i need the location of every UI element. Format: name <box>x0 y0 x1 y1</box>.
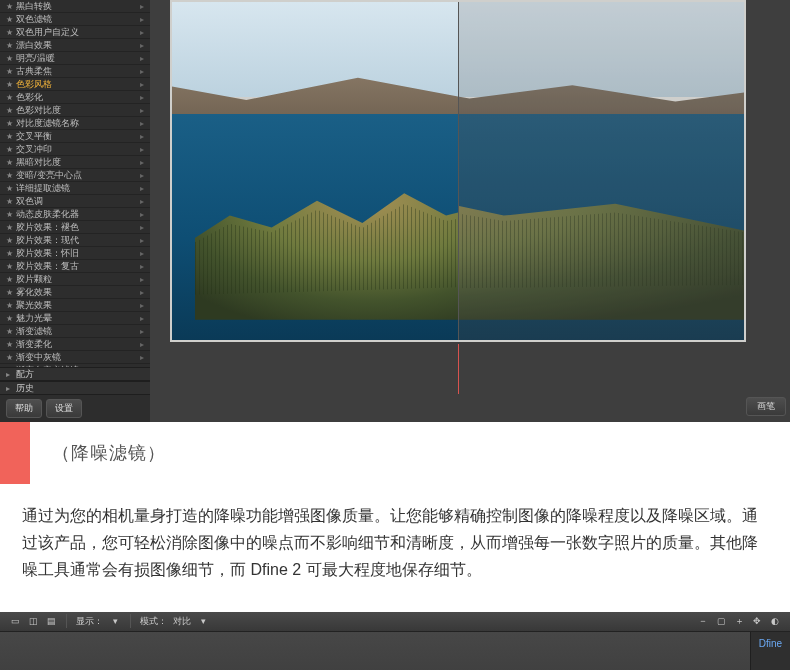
preset-item[interactable]: ★对比度滤镜名称▸ <box>0 117 150 130</box>
star-icon[interactable]: ★ <box>6 353 16 362</box>
preset-item[interactable]: ★动态皮肤柔化器▸ <box>0 208 150 221</box>
preset-item[interactable]: ★胶片效果：褪色▸ <box>0 221 150 234</box>
preset-item[interactable]: ★变暗/变亮中心点▸ <box>0 169 150 182</box>
preset-item[interactable]: ★明亮/温暖▸ <box>0 52 150 65</box>
star-icon[interactable]: ★ <box>6 275 16 284</box>
preset-item[interactable]: ★渐变中灰镜▸ <box>0 351 150 364</box>
star-icon[interactable]: ★ <box>6 28 16 37</box>
sidebar-group-history[interactable]: ▸ 历史 <box>0 381 150 395</box>
preset-label: 古典柔焦 <box>16 65 52 78</box>
preview-image[interactable] <box>172 2 744 340</box>
star-icon[interactable]: ★ <box>6 236 16 245</box>
star-icon[interactable]: ★ <box>6 197 16 206</box>
single-view-icon[interactable]: ▭ <box>8 614 22 628</box>
preset-item[interactable]: ★雾化效果▸ <box>0 286 150 299</box>
preset-item[interactable]: ★渐变柔化▸ <box>0 338 150 351</box>
brush-button[interactable]: 画笔 <box>746 397 786 416</box>
preset-item[interactable]: ★双色滤镜▸ <box>0 13 150 26</box>
star-icon[interactable]: ★ <box>6 106 16 115</box>
star-icon[interactable]: ★ <box>6 119 16 128</box>
chevron-right-icon: ▸ <box>140 106 144 115</box>
star-icon[interactable]: ★ <box>6 301 16 310</box>
help-button[interactable]: 帮助 <box>6 399 42 418</box>
display-dropdown-icon[interactable]: ▾ <box>108 614 122 628</box>
star-icon[interactable]: ★ <box>6 288 16 297</box>
bottom-toolbar: ▭ ◫ ▤ 显示： ▾ 模式： 对比 ▾ − ▢ ＋ ✥ ◐ <box>0 612 790 632</box>
chevron-right-icon: ▸ <box>140 119 144 128</box>
preset-item[interactable]: ★双色用户自定义▸ <box>0 26 150 39</box>
chevron-right-icon: ▸ <box>140 275 144 284</box>
mode-dropdown-icon[interactable]: ▾ <box>196 614 210 628</box>
mode-value[interactable]: 对比 <box>173 615 191 628</box>
star-icon[interactable]: ★ <box>6 15 16 24</box>
preset-item[interactable]: ★黑白转换▸ <box>0 0 150 13</box>
star-icon[interactable]: ★ <box>6 210 16 219</box>
preset-label: 详细提取滤镜 <box>16 182 70 195</box>
star-icon[interactable]: ★ <box>6 184 16 193</box>
preset-item[interactable]: ★交叉平衡▸ <box>0 130 150 143</box>
bottom-editor: ▭ ◫ ▤ 显示： ▾ 模式： 对比 ▾ − ▢ ＋ ✥ ◐ Dfine <box>0 612 790 670</box>
preset-item[interactable]: ★黑暗对比度▸ <box>0 156 150 169</box>
preset-label: 胶片效果：褪色 <box>16 221 79 234</box>
preset-label: 对比度滤镜名称 <box>16 117 79 130</box>
preset-item[interactable]: ★胶片效果：怀旧▸ <box>0 247 150 260</box>
top-editor: ★黑白转换▸★双色滤镜▸★双色用户自定义▸★漂白效果▸★明亮/温暖▸★古典柔焦▸… <box>0 0 790 422</box>
preset-item[interactable]: ★魅力光晕▸ <box>0 312 150 325</box>
star-icon[interactable]: ★ <box>6 223 16 232</box>
star-icon[interactable]: ★ <box>6 93 16 102</box>
preset-item[interactable]: ★交叉冲印▸ <box>0 143 150 156</box>
zoom-fit-icon[interactable]: ▢ <box>714 614 728 628</box>
split-view-icon[interactable]: ◫ <box>26 614 40 628</box>
hand-tool-icon[interactable]: ✥ <box>750 614 764 628</box>
star-icon[interactable]: ★ <box>6 314 16 323</box>
preset-label: 交叉冲印 <box>16 143 52 156</box>
bg-toggle-icon[interactable]: ◐ <box>768 614 782 628</box>
star-icon[interactable]: ★ <box>6 158 16 167</box>
preset-item[interactable]: ★胶片效果：现代▸ <box>0 234 150 247</box>
preset-item[interactable]: ★古典柔焦▸ <box>0 65 150 78</box>
star-icon[interactable]: ★ <box>6 145 16 154</box>
chevron-right-icon: ▸ <box>140 93 144 102</box>
chevron-right-icon: ▸ <box>140 236 144 245</box>
preset-label: 胶片效果：怀旧 <box>16 247 79 260</box>
preset-item[interactable]: ★色彩风格▸ <box>0 78 150 91</box>
split-divider[interactable] <box>458 2 459 340</box>
preset-item[interactable]: ★聚光效果▸ <box>0 299 150 312</box>
star-icon[interactable]: ★ <box>6 262 16 271</box>
chevron-right-icon: ▸ <box>140 54 144 63</box>
preset-item[interactable]: ★详细提取滤镜▸ <box>0 182 150 195</box>
chevron-right-icon: ▸ <box>140 132 144 141</box>
star-icon[interactable]: ★ <box>6 54 16 63</box>
preset-item[interactable]: ★漂白效果▸ <box>0 39 150 52</box>
preview-image-container <box>170 0 746 342</box>
chevron-right-icon: ▸ <box>140 80 144 89</box>
sidebar-group-recipes[interactable]: ▸ 配方 <box>0 367 150 381</box>
preset-item[interactable]: ★渐变滤镜▸ <box>0 325 150 338</box>
preset-item[interactable]: ★色彩化▸ <box>0 91 150 104</box>
right-panel: Dfine <box>750 632 790 670</box>
star-icon[interactable]: ★ <box>6 2 16 11</box>
star-icon[interactable]: ★ <box>6 132 16 141</box>
display-label: 显示： <box>76 615 103 628</box>
preset-item[interactable]: ★色彩对比度▸ <box>0 104 150 117</box>
star-icon[interactable]: ★ <box>6 41 16 50</box>
star-icon[interactable]: ★ <box>6 67 16 76</box>
chevron-right-icon: ▸ <box>140 184 144 193</box>
preset-item[interactable]: ★胶片效果：复古▸ <box>0 260 150 273</box>
star-icon[interactable]: ★ <box>6 80 16 89</box>
star-icon[interactable]: ★ <box>6 171 16 180</box>
chevron-right-icon: ▸ <box>140 67 144 76</box>
accent-bar <box>0 422 30 484</box>
side-view-icon[interactable]: ▤ <box>44 614 58 628</box>
star-icon[interactable]: ★ <box>6 249 16 258</box>
zoom-in-icon[interactable]: ＋ <box>732 614 746 628</box>
settings-button[interactable]: 设置 <box>46 399 82 418</box>
preset-item[interactable]: ★胶片颗粒▸ <box>0 273 150 286</box>
bottom-canvas[interactable] <box>0 632 750 670</box>
star-icon[interactable]: ★ <box>6 327 16 336</box>
star-icon[interactable]: ★ <box>6 340 16 349</box>
preset-label: 双色用户自定义 <box>16 26 79 39</box>
preset-label: 渐变柔化 <box>16 338 52 351</box>
preset-item[interactable]: ★双色调▸ <box>0 195 150 208</box>
zoom-out-icon[interactable]: − <box>696 614 710 628</box>
